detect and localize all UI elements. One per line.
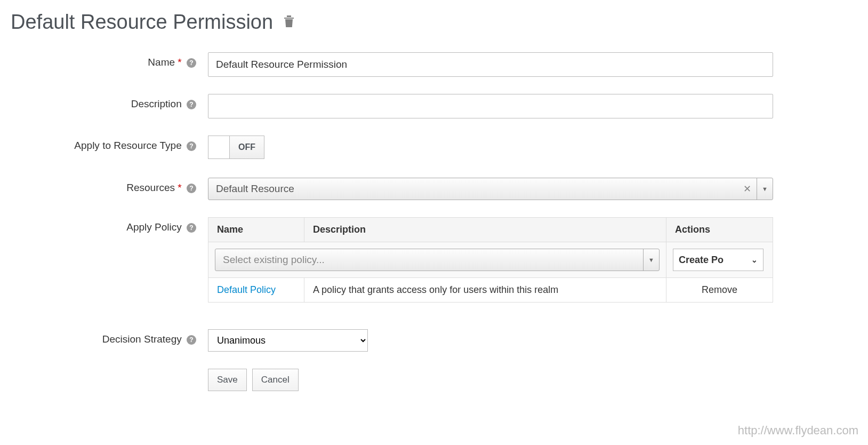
control-resources: Default Resource ✕ ▼	[208, 178, 773, 200]
control-apply-policy: Select existing policy... ▼ Create Po ⌄ …	[208, 217, 773, 303]
resources-selected-text: Default Resource	[208, 183, 738, 195]
button-row: Save Cancel	[208, 369, 773, 391]
help-icon[interactable]: ?	[187, 141, 196, 151]
help-icon[interactable]: ?	[187, 58, 196, 68]
toggle-handle[interactable]	[208, 136, 230, 158]
label-decision-strategy: Decision Strategy ?	[11, 329, 208, 345]
name-input[interactable]	[208, 52, 773, 77]
row-name: Name * ?	[11, 52, 857, 77]
label-description-text: Description	[131, 98, 182, 109]
decision-strategy-select[interactable]: Unanimous	[208, 329, 368, 352]
policy-selector-row: Select existing policy... ▼ Create Po ⌄	[208, 242, 773, 278]
label-empty	[11, 369, 208, 373]
description-input[interactable]	[208, 94, 773, 118]
apply-policy-table: Select existing policy... ▼ Create Po ⌄ …	[208, 217, 773, 303]
input-wrap-description	[208, 94, 773, 118]
row-apply-policy: Apply Policy ? Select existing policy...…	[11, 217, 857, 303]
create-policy-select[interactable]: Create Po ⌄	[673, 249, 763, 271]
policy-table-header: Name Description Actions	[208, 218, 773, 242]
row-decision-strategy: Decision Strategy ? Unanimous	[11, 329, 857, 352]
row-description: Description ?	[11, 94, 857, 118]
create-policy-label: Create Po	[679, 255, 724, 266]
policy-link[interactable]: Default Policy	[217, 284, 276, 295]
col-description: Description	[304, 218, 666, 242]
trash-icon[interactable]	[283, 14, 295, 30]
required-marker: *	[178, 57, 181, 68]
page-title: Default Resource Permission	[11, 11, 273, 34]
label-resources-text: Resources	[126, 182, 175, 193]
policy-description: A policy that grants access only for use…	[304, 278, 666, 303]
row-resources: Resources * ? Default Resource ✕ ▼	[11, 178, 857, 200]
col-name: Name	[208, 218, 304, 242]
control-apply-resource-type: OFF	[208, 136, 773, 161]
help-icon[interactable]: ?	[187, 184, 196, 193]
policy-remove-action[interactable]: Remove	[666, 278, 773, 303]
label-apply-policy-text: Apply Policy	[126, 221, 182, 233]
label-apply-policy: Apply Policy ?	[11, 217, 208, 233]
policy-row: Default Policy A policy that grants acce…	[208, 278, 773, 303]
label-description: Description ?	[11, 94, 208, 110]
required-marker: *	[178, 182, 181, 193]
apply-resource-type-toggle[interactable]: OFF	[208, 136, 264, 159]
label-apply-resource-type: Apply to Resource Type ?	[11, 136, 208, 152]
row-apply-resource-type: Apply to Resource Type ? OFF	[11, 136, 857, 161]
col-actions: Actions	[666, 218, 773, 242]
close-icon[interactable]: ✕	[738, 183, 757, 195]
label-resources: Resources * ?	[11, 178, 208, 194]
resources-select[interactable]: Default Resource ✕ ▼	[208, 178, 773, 200]
chevron-down-icon[interactable]: ▼	[757, 178, 773, 200]
label-name-text: Name	[148, 57, 175, 68]
help-icon[interactable]: ?	[187, 335, 196, 345]
policy-select-placeholder: Select existing policy...	[215, 254, 643, 266]
label-name: Name * ?	[11, 52, 208, 68]
save-button[interactable]: Save	[208, 369, 247, 391]
input-wrap-name	[208, 52, 773, 77]
chevron-down-icon[interactable]: ▼	[643, 249, 659, 271]
page-header: Default Resource Permission	[11, 11, 857, 34]
row-buttons: Save Cancel	[11, 369, 857, 391]
label-decision-strategy-text: Decision Strategy	[102, 333, 182, 345]
toggle-label: OFF	[230, 136, 264, 158]
chevron-down-icon: ⌄	[751, 256, 758, 264]
policy-select[interactable]: Select existing policy... ▼	[215, 249, 660, 271]
help-icon[interactable]: ?	[187, 100, 196, 109]
control-decision-strategy: Unanimous	[208, 329, 773, 352]
label-apply-resource-type-text: Apply to Resource Type	[74, 140, 181, 151]
help-icon[interactable]: ?	[187, 223, 196, 233]
cancel-button[interactable]: Cancel	[252, 369, 299, 391]
